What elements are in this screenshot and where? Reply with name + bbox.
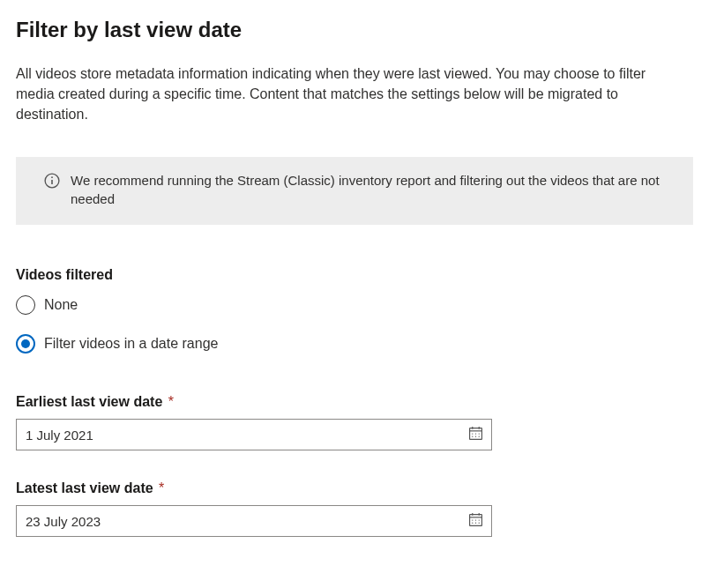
earliest-date-label: Earliest last view date *	[16, 394, 693, 410]
svg-point-8	[474, 433, 475, 434]
page-description: All videos store metadata information in…	[16, 63, 686, 125]
latest-date-field	[16, 505, 492, 537]
info-icon	[44, 173, 60, 189]
radio-none-circle	[16, 295, 35, 315]
required-mark: *	[168, 394, 174, 409]
latest-date-calendar-button[interactable]	[459, 506, 491, 536]
calendar-icon	[468, 426, 483, 443]
svg-point-21	[474, 523, 475, 524]
svg-point-19	[478, 519, 479, 520]
svg-point-17	[472, 519, 473, 520]
latest-date-field-block: Latest last view date *	[16, 480, 693, 537]
videos-filtered-radio-group: None Filter videos in a date range	[16, 295, 693, 354]
radio-selected-dot	[21, 339, 30, 348]
earliest-date-field-block: Earliest last view date *	[16, 394, 693, 450]
svg-point-10	[472, 436, 473, 437]
info-message: We recommend running the Stream (Classic…	[71, 171, 677, 210]
latest-date-label-text: Latest last view date	[16, 480, 153, 495]
svg-point-9	[478, 433, 479, 434]
calendar-icon	[468, 512, 483, 530]
svg-point-7	[472, 433, 473, 434]
earliest-date-field	[16, 419, 492, 450]
page-title: Filter by last view date	[16, 18, 693, 42]
latest-date-input[interactable]	[17, 506, 459, 536]
radio-date-range-circle	[16, 334, 35, 354]
svg-point-20	[472, 523, 473, 524]
svg-point-2	[51, 176, 53, 178]
svg-point-12	[478, 436, 479, 437]
earliest-date-calendar-button[interactable]	[459, 420, 491, 450]
info-banner: We recommend running the Stream (Classic…	[16, 157, 693, 226]
svg-point-18	[474, 519, 475, 520]
earliest-date-label-text: Earliest last view date	[16, 394, 162, 409]
svg-point-22	[478, 523, 479, 524]
svg-point-11	[474, 436, 475, 437]
required-mark: *	[159, 480, 164, 495]
radio-date-range[interactable]: Filter videos in a date range	[16, 334, 693, 354]
radio-none[interactable]: None	[16, 295, 693, 315]
latest-date-label: Latest last view date *	[16, 480, 693, 496]
radio-none-label: None	[44, 297, 78, 313]
earliest-date-input[interactable]	[17, 420, 459, 450]
videos-filtered-label: Videos filtered	[16, 267, 693, 283]
radio-date-range-label: Filter videos in a date range	[44, 336, 218, 352]
